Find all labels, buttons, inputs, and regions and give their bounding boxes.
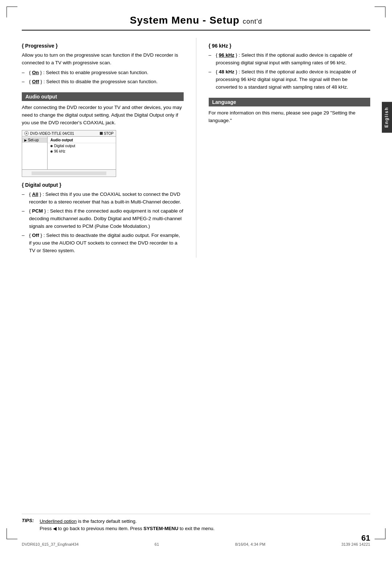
corner-mark-tl: [7, 7, 17, 17]
progressive-bullets: { On } : Select this to enable progressi…: [22, 69, 184, 86]
dvd-menu-main: Audio output Digital output 96 kHz: [48, 137, 116, 169]
tips-label: TIPS:: [22, 518, 34, 532]
list-item: { Off } : Select this to deactivate the …: [22, 232, 184, 255]
language-body: For more information on this menu, pleas…: [209, 109, 371, 125]
corner-mark-tr: [375, 7, 385, 17]
dvd-menu-main-title: Audio output: [48, 137, 116, 143]
audio-output-body: After connecting the DVD recorder to you…: [22, 104, 184, 127]
tips-line1: Underlined option is the factory default…: [40, 518, 215, 525]
corner-mark-br: [375, 528, 385, 539]
audio-output-heading: Audio output: [22, 92, 184, 101]
dvd-menu-screenshot: DVD-VIDEO-TITLE 04/C01 STOP ▶ Set-up: [22, 130, 116, 177]
page-footer: DVDR610_615_37_Engfinal434 61 8/16/04, 4…: [22, 542, 370, 546]
page-title: System Menu - Setup cont'd: [22, 15, 370, 31]
footer-left: DVDR610_615_37_Engfinal434: [22, 542, 79, 546]
dvd-menu-title: DVD-VIDEO-TITLE 04/C01: [30, 132, 74, 136]
khz96-heading: { 96 kHz }: [209, 43, 371, 49]
khz96-bullets: { 96 kHz } : Select this if the optional…: [209, 52, 371, 91]
dot-icon: [50, 145, 53, 147]
language-heading: Language: [209, 98, 371, 106]
list-item: { PCM } : Select this if the connected a…: [22, 207, 184, 230]
dvd-stop-indicator: STOP: [100, 132, 114, 136]
tips-section: TIPS: Underlined option is the factory d…: [22, 514, 370, 532]
list-item: { On } : Select this to enable progressi…: [22, 69, 184, 77]
dvd-menu-sidebar: ▶ Set-up: [22, 137, 48, 169]
digital-output-bullets: { All } : Select this if you use the COA…: [22, 191, 184, 254]
page-number: 61: [362, 533, 370, 543]
column-divider: [196, 38, 196, 258]
progressive-heading: Progressive: [22, 43, 184, 49]
list-item: { All } : Select this if you use the COA…: [22, 191, 184, 206]
dot-icon: [50, 150, 53, 153]
right-column: { 96 kHz } { 96 kHz } : Select this if t…: [209, 38, 371, 258]
dvd-menu-item-digital: Digital output: [48, 143, 116, 149]
disc-icon: [24, 131, 29, 136]
dvd-menu-header: DVD-VIDEO-TITLE 04/C01 STOP: [22, 130, 116, 137]
dvd-footer-bar: [32, 171, 106, 175]
footer-center: 61: [155, 542, 159, 546]
progressive-body: Allow you to turn on the progressive sca…: [22, 52, 184, 67]
corner-mark-bl: [7, 528, 17, 539]
list-item: { 96 kHz } : Select this if the optional…: [209, 52, 371, 67]
list-item: { 48 kHz } : Select this if the optional…: [209, 68, 371, 91]
dvd-menu-item-96khz: 96 kHz: [48, 149, 116, 154]
dvd-sidebar-item-setup: ▶ Set-up: [22, 137, 47, 143]
main-content: Progressive Allow you to turn on the pro…: [22, 38, 370, 258]
page-wrapper: English System Menu - Setup cont'd Progr…: [0, 0, 392, 561]
stop-icon: [100, 132, 103, 135]
footer-date: 8/16/04, 4:34 PM: [235, 542, 265, 546]
left-column: Progressive Allow you to turn on the pro…: [22, 38, 184, 258]
language-tab: English: [382, 102, 392, 133]
dvd-menu-footer: [22, 169, 116, 177]
tips-line2: Press ◀ to go back to previous menu item…: [40, 525, 215, 532]
dvd-menu-body: ▶ Set-up Audio output Digital output 96 …: [22, 137, 116, 169]
tips-row: TIPS: Underlined option is the factory d…: [22, 518, 370, 532]
digital-output-heading: Digital output: [22, 182, 184, 188]
list-item: { Off } : Select this to disable the pro…: [22, 78, 184, 86]
arrow-icon: ▶: [24, 138, 27, 142]
